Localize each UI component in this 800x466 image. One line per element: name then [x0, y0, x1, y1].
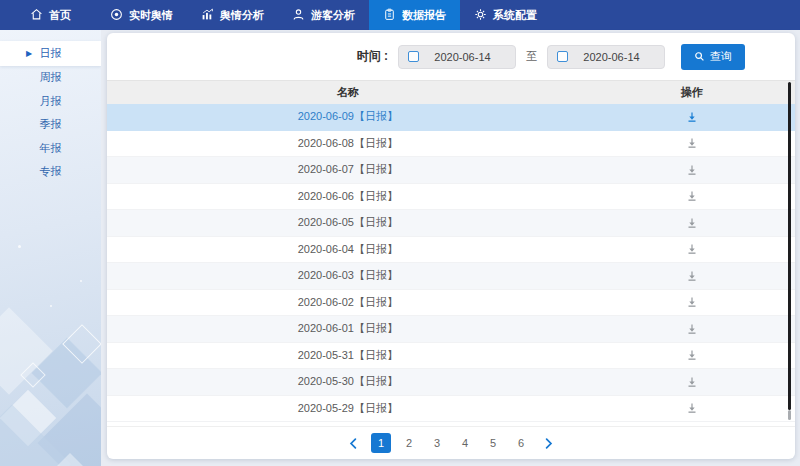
column-header-operation: 操作 — [589, 81, 795, 104]
download-icon[interactable] — [686, 164, 698, 176]
table-row[interactable]: 2020-06-06【日报】 — [107, 184, 795, 211]
date-to-input[interactable]: 2020-06-14 — [547, 45, 665, 69]
nav-label: 游客分析 — [311, 8, 355, 23]
sidebar-item-yearly-report[interactable]: 年报 — [0, 137, 101, 161]
top-navbar: 首页 实时舆情 舆情分析 游客分析 数据报告 系统配置 — [0, 0, 800, 30]
table-row[interactable]: 2020-06-04【日报】 — [107, 237, 795, 264]
filter-bar: 时间 : 2020-06-14 至 2020-06-14 查询 — [107, 33, 795, 80]
report-name: 2020-06-04【日报】 — [107, 237, 589, 263]
report-name: 2020-06-02【日报】 — [107, 290, 589, 316]
gear-icon — [474, 8, 487, 23]
page-button-6[interactable]: 6 — [511, 433, 531, 453]
content-panel: 时间 : 2020-06-14 至 2020-06-14 查询 名称 操作 20… — [107, 33, 795, 459]
sidebar-item-monthly-report[interactable]: 月报 — [0, 90, 101, 114]
nav-item-analysis[interactable]: 舆情分析 — [187, 0, 278, 30]
date-from-input[interactable]: 2020-06-14 — [398, 45, 516, 69]
page-button-4[interactable]: 4 — [455, 433, 475, 453]
download-icon[interactable] — [686, 402, 698, 414]
sidebar-item-daily-report[interactable]: ▶ 日报 — [0, 41, 101, 66]
column-header-name: 名称 — [107, 81, 589, 104]
table-row[interactable]: 2020-06-03【日报】 — [107, 263, 795, 290]
sidebar-item-label: 季报 — [40, 118, 62, 130]
nav-item-realtime[interactable]: 实时舆情 — [96, 0, 187, 30]
chevron-left-icon[interactable] — [344, 437, 363, 450]
table-row[interactable]: 2020-05-29【日报】 — [107, 396, 795, 423]
table-row[interactable]: 2020-06-08【日报】 — [107, 131, 795, 158]
report-name: 2020-06-05【日报】 — [107, 210, 589, 236]
nav-item-reports[interactable]: 数据报告 — [369, 0, 460, 30]
table-row[interactable]: 2020-06-07【日报】 — [107, 157, 795, 184]
sidebar-item-quarterly-report[interactable]: 季报 — [0, 113, 101, 137]
table-row[interactable]: 2020-06-09【日报】 — [107, 104, 795, 131]
triangle-marker-icon: ▶ — [26, 41, 32, 66]
page-button-5[interactable]: 5 — [483, 433, 503, 453]
report-icon — [383, 8, 396, 23]
nav-label: 首页 — [49, 8, 71, 23]
sidebar-item-weekly-report[interactable]: 周报 — [0, 66, 101, 90]
pagination: 1 2 3 4 5 6 — [107, 426, 795, 459]
table-header: 名称 操作 — [107, 80, 795, 104]
page-button-1[interactable]: 1 — [371, 433, 391, 453]
nav-item-visitor[interactable]: 游客分析 — [278, 0, 369, 30]
table-row[interactable]: 2020-05-31【日报】 — [107, 343, 795, 370]
nav-label: 系统配置 — [493, 8, 537, 23]
download-icon[interactable] — [686, 376, 698, 388]
report-name: 2020-06-08【日报】 — [107, 131, 589, 157]
search-button[interactable]: 查询 — [681, 44, 745, 70]
report-name: 2020-05-31【日报】 — [107, 343, 589, 369]
nav-label: 实时舆情 — [129, 8, 173, 23]
report-name: 2020-05-29【日报】 — [107, 396, 589, 422]
nav-label: 数据报告 — [402, 8, 446, 23]
date-from-value: 2020-06-14 — [419, 51, 506, 63]
table-row[interactable]: 2020-06-02【日报】 — [107, 290, 795, 317]
sidebar-item-label: 日报 — [40, 47, 62, 59]
report-name: 2020-05-30【日报】 — [107, 369, 589, 395]
search-button-label: 查询 — [710, 49, 732, 64]
vertical-scrollbar-tip — [788, 410, 791, 420]
sidebar: ▶ 日报 周报 月报 季报 年报 专报 — [0, 30, 101, 466]
download-icon[interactable] — [686, 349, 698, 361]
download-icon[interactable] — [686, 270, 698, 282]
report-name: 2020-06-03【日报】 — [107, 263, 589, 289]
table-row[interactable]: 2020-05-30【日报】 — [107, 369, 795, 396]
search-icon — [694, 51, 705, 62]
sidebar-item-label: 月报 — [40, 95, 62, 107]
report-name: 2020-06-09【日报】 — [107, 104, 589, 130]
eye-icon — [110, 8, 123, 23]
page-button-2[interactable]: 2 — [399, 433, 419, 453]
download-icon[interactable] — [686, 190, 698, 202]
table-row[interactable]: 2020-06-05【日报】 — [107, 210, 795, 237]
date-range-to-label: 至 — [526, 49, 537, 64]
report-name: 2020-06-01【日报】 — [107, 316, 589, 342]
date-to-value: 2020-06-14 — [568, 51, 655, 63]
sidebar-item-label: 年报 — [40, 142, 62, 154]
nav-item-home[interactable]: 首页 — [5, 0, 96, 30]
download-icon[interactable] — [686, 323, 698, 335]
calendar-checkbox-icon — [557, 51, 568, 62]
sidebar-menu: ▶ 日报 周报 月报 季报 年报 专报 — [0, 30, 101, 184]
vertical-scrollbar-thumb[interactable] — [788, 82, 791, 410]
chart-icon — [201, 8, 214, 23]
table-row[interactable]: 2020-06-01【日报】 — [107, 316, 795, 343]
page-button-3[interactable]: 3 — [427, 433, 447, 453]
report-name: 2020-06-07【日报】 — [107, 157, 589, 183]
nav-item-settings[interactable]: 系统配置 — [460, 0, 551, 30]
download-icon[interactable] — [686, 243, 698, 255]
report-name: 2020-06-06【日报】 — [107, 184, 589, 210]
sidebar-item-label: 周报 — [40, 71, 62, 83]
sidebar-item-label: 专报 — [40, 165, 62, 177]
chevron-right-icon[interactable] — [539, 437, 558, 450]
download-icon[interactable] — [686, 217, 698, 229]
user-icon — [292, 8, 305, 23]
sidebar-item-special-report[interactable]: 专报 — [0, 160, 101, 184]
calendar-checkbox-icon — [408, 51, 419, 62]
report-table: 2020-06-09【日报】 2020-06-08【日报】 2020-06-07… — [107, 104, 795, 426]
time-filter-label: 时间 : — [357, 48, 388, 65]
download-icon[interactable] — [686, 296, 698, 308]
download-icon[interactable] — [686, 111, 698, 123]
nav-label: 舆情分析 — [220, 8, 264, 23]
download-icon[interactable] — [686, 137, 698, 149]
home-icon — [30, 8, 43, 23]
